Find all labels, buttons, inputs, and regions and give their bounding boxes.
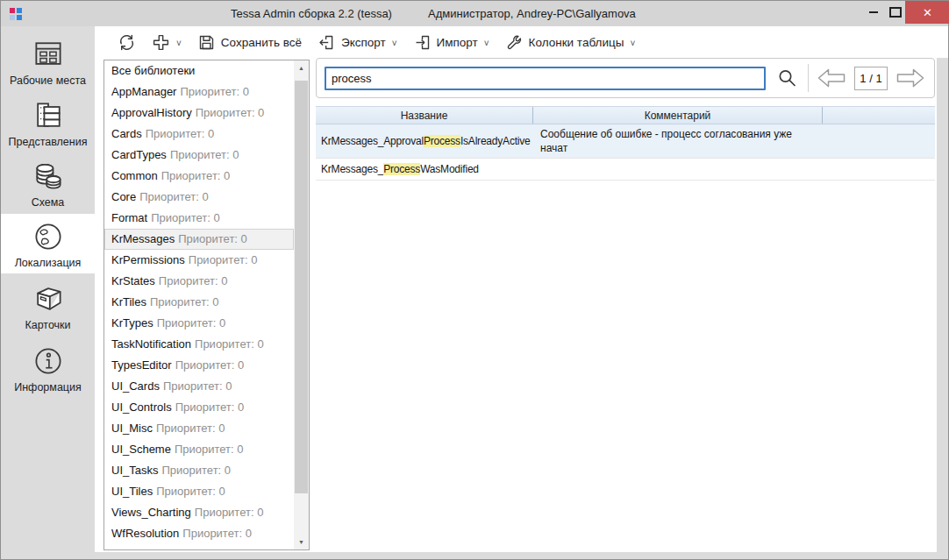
row-comment: Сообщение об ошибке - процесс согласован… xyxy=(533,124,823,158)
chevron-down-icon: ˅ xyxy=(484,39,489,48)
library-item[interactable]: UI_CardsПриоритет: 0 xyxy=(104,376,294,397)
app-window: Tessa Admin сборка 2.2 (tessa) Администр… xyxy=(0,0,949,560)
library-priority: Приоритет: 0 xyxy=(182,527,252,540)
library-item[interactable]: AppManagerПриоритет: 0 xyxy=(104,82,294,103)
library-item[interactable]: TaskNotificationПриоритет: 0 xyxy=(104,334,294,355)
library-item[interactable]: KrStatesПриоритет: 0 xyxy=(104,271,294,292)
library-name: UI_Misc xyxy=(111,422,153,435)
sidebar-item-localization[interactable]: Локализация xyxy=(1,214,95,273)
add-button[interactable]: ˅ xyxy=(152,33,182,52)
table-row[interactable]: KrMessages_ProcessWasModified xyxy=(316,159,935,181)
library-name: CardTypes xyxy=(111,148,167,161)
header-cell-name[interactable]: Название xyxy=(316,107,533,124)
library-name: UI_Scheme xyxy=(111,443,171,456)
library-item[interactable]: ApprovalHistoryПриоритет: 0 xyxy=(104,103,294,124)
import-icon xyxy=(413,33,432,52)
sidebar-item-cards[interactable]: Карточки xyxy=(1,275,95,337)
import-label: Импорт xyxy=(437,36,478,49)
sidebar-item-label: Рабочие места xyxy=(10,74,86,87)
chevron-down-icon: ˅ xyxy=(176,39,182,48)
library-priority: Приоритет: 0 xyxy=(161,169,231,182)
library-priority: Приоритет: 0 xyxy=(150,295,219,308)
library-priority: Приоритет: 0 xyxy=(178,232,247,245)
save-all-button[interactable]: Сохранить всё xyxy=(197,33,302,52)
table-columns-button[interactable]: Колонки таблицы ˅ xyxy=(505,33,636,52)
schema-icon xyxy=(31,159,66,194)
library-scrollbar[interactable]: ▲ ▼ xyxy=(294,60,309,549)
import-button[interactable]: Импорт ˅ xyxy=(413,33,489,52)
library-name: ApprovalHistory xyxy=(111,106,192,119)
library-name: KrTiles xyxy=(111,295,146,308)
library-item[interactable]: UI_MiscПриоритет: 0 xyxy=(104,418,294,439)
sidebar-item-views[interactable]: Представления xyxy=(1,93,95,152)
minimize-button[interactable] xyxy=(863,1,884,24)
divider xyxy=(808,64,809,92)
library-name: KrMessages xyxy=(111,232,175,245)
scrollbar-thumb[interactable] xyxy=(295,81,308,493)
library-name: UI_Controls xyxy=(111,401,172,414)
library-item[interactable]: CardTypesПриоритет: 0 xyxy=(104,145,294,166)
sidebar-item-schema[interactable]: Схема xyxy=(1,154,95,212)
library-item[interactable]: KrPermissionsПриоритет: 0 xyxy=(104,250,294,271)
library-item[interactable]: UI_TasksПриоритет: 0 xyxy=(104,460,294,481)
library-list-panel: Все библиотеки AppManagerПриоритет: 0 Ap… xyxy=(103,60,310,550)
page-indicator[interactable]: 1 / 1 xyxy=(854,67,888,90)
library-priority: Приоритет: 0 xyxy=(195,337,264,351)
export-button[interactable]: Экспорт ˅ xyxy=(318,33,397,52)
library-priority: Приоритет: 0 xyxy=(175,443,244,456)
library-item[interactable]: UI_SchemeПриоритет: 0 xyxy=(104,439,294,460)
library-item-all[interactable]: Все библиотеки xyxy=(104,60,294,82)
search-toolbar: 1 / 1 xyxy=(316,58,935,98)
library-item[interactable]: WfResolutionПриоритет: 0 xyxy=(104,523,294,544)
name-text: KrMessages_Approval xyxy=(321,135,424,147)
table-columns-label: Колонки таблицы xyxy=(529,36,624,49)
library-priority: Приоритет: 0 xyxy=(146,127,215,140)
sidebar-item-label: Схема xyxy=(32,196,65,209)
sidebar-item-workplaces[interactable]: Рабочие места xyxy=(1,32,95,91)
search-button[interactable] xyxy=(773,64,801,92)
library-list: Все библиотеки AppManagerПриоритет: 0 Ap… xyxy=(104,60,294,549)
search-match-highlight: Process xyxy=(424,135,460,147)
library-item[interactable]: UI_ControlsПриоритет: 0 xyxy=(104,397,294,418)
library-name: Core xyxy=(111,190,136,203)
search-input[interactable] xyxy=(325,67,766,90)
library-priority: Приоритет: 0 xyxy=(139,190,209,203)
library-name: Format xyxy=(111,211,147,224)
export-label: Экспорт xyxy=(341,36,386,49)
library-item[interactable]: UI_TilesПриоритет: 0 xyxy=(104,481,294,502)
library-item[interactable]: CoreПриоритет: 0 xyxy=(104,187,294,208)
scroll-up-icon[interactable]: ▲ xyxy=(294,60,309,75)
header-cell-comment[interactable]: Комментарий xyxy=(533,107,823,124)
maximize-button[interactable] xyxy=(885,1,906,24)
table-row[interactable]: KrMessages_ApprovalProcessIsAlreadyActiv… xyxy=(316,124,935,159)
library-item[interactable]: KrTilesПриоритет: 0 xyxy=(104,292,294,313)
library-priority: Приоритет: 0 xyxy=(151,211,220,224)
plus-icon xyxy=(152,33,170,52)
sidebar-item-information[interactable]: Информация xyxy=(1,337,95,400)
library-item[interactable]: CardsПриоритет: 0 xyxy=(104,124,294,145)
next-result-button[interactable] xyxy=(895,67,926,89)
window-title: Tessa Admin сборка 2.2 (tessa) xyxy=(231,7,392,20)
library-priority: Приоритет: 0 xyxy=(175,401,245,414)
library-priority: Приоритет: 0 xyxy=(180,85,249,98)
scroll-down-icon[interactable]: ▼ xyxy=(294,535,309,549)
close-button[interactable]: ✕ xyxy=(905,1,949,24)
library-item[interactable]: KrMessagesПриоритет: 0 xyxy=(104,229,294,250)
current-user: Администратор, Andrey-PC\Gallyamova xyxy=(428,7,636,20)
previous-result-button[interactable] xyxy=(816,67,847,89)
chevron-down-icon: ˅ xyxy=(392,39,397,48)
results-grid: Название Комментарий KrMessages_Approval… xyxy=(316,106,935,181)
library-item[interactable]: Views_ChartingПриоритет: 0 xyxy=(104,502,294,523)
row-comment xyxy=(533,159,823,180)
library-item[interactable]: CommonПриоритет: 0 xyxy=(104,166,294,187)
box-icon xyxy=(31,281,66,316)
library-item[interactable]: TypesEditorПриоритет: 0 xyxy=(104,355,294,376)
library-item[interactable]: KrTypesПриоритет: 0 xyxy=(104,313,294,334)
title-bar: Tessa Admin сборка 2.2 (tessa) Администр… xyxy=(1,1,948,26)
sidebar-item-label: Карточки xyxy=(25,319,70,331)
library-name: UI_Tiles xyxy=(111,485,153,498)
library-item[interactable]: FormatПриоритет: 0 xyxy=(104,208,294,229)
header-cell-empty[interactable] xyxy=(823,107,935,124)
sidebar-item-label: Локализация xyxy=(15,257,82,269)
refresh-button[interactable] xyxy=(118,33,136,52)
